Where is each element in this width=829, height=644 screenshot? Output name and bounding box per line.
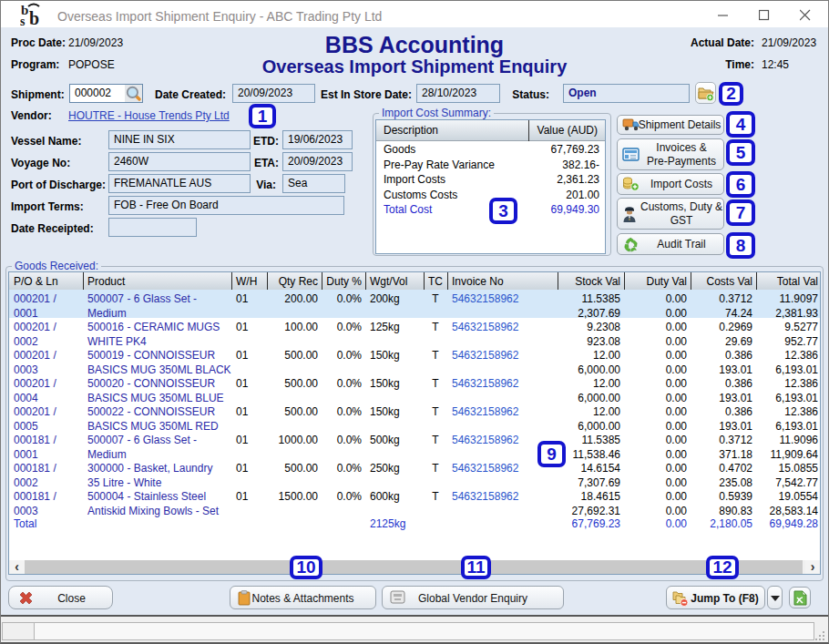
svg-text:b: b (29, 8, 39, 28)
svg-text:s: s (20, 15, 26, 28)
